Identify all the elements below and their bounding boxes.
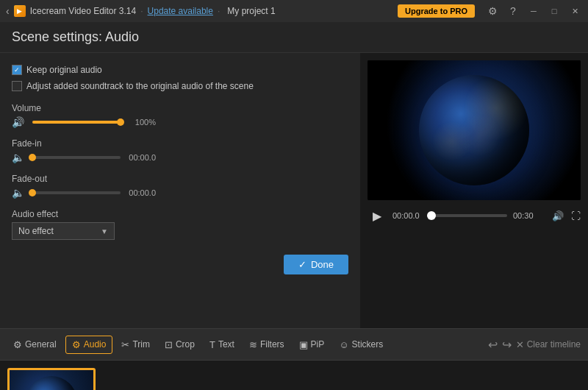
text-icon: T [209, 339, 215, 350]
crop-icon: ⊡ [165, 339, 173, 350]
dropdown-arrow-icon: ▼ [101, 227, 108, 235]
fadein-icon: 🔈 [12, 152, 26, 163]
text-label: Text [218, 339, 234, 350]
keep-original-row: ✓ Keep original audio [12, 65, 348, 75]
tool-general[interactable]: ⚙ General [7, 336, 62, 353]
earth-sphere [419, 75, 529, 185]
tool-pip[interactable]: ▣ PiP [293, 336, 331, 353]
volume-group: Volume 🔊 100% [12, 103, 348, 128]
fadeout-slider-row: 🔈 00:00.0 [12, 187, 348, 199]
adjust-label: Adjust added soundtrack to the original … [26, 81, 254, 91]
adjust-soundtrack-row: Adjust added soundtrack to the original … [12, 81, 348, 91]
pip-label: PiP [311, 339, 325, 350]
volume-slider-row: 🔊 100% [12, 116, 348, 128]
minimize-button[interactable]: ─ [526, 4, 541, 18]
done-button[interactable]: ✓ Done [284, 255, 348, 274]
timeline-clip[interactable]: 00:30 [7, 368, 96, 390]
done-checkmark-icon: ✓ [298, 259, 306, 270]
trim-label: Trim [132, 339, 150, 350]
tool-trim[interactable]: ✂ Trim [115, 336, 156, 353]
filters-icon: ≋ [249, 339, 257, 350]
fadeout-icon: 🔈 [12, 187, 26, 199]
titlebar: ‹ ▶ Icecream Video Editor 3.14 · Update … [0, 0, 588, 22]
clip-earth-thumbnail [26, 376, 77, 390]
filters-label: Filters [260, 339, 284, 350]
app-icon: ▶ [14, 5, 26, 17]
fadeout-slider[interactable] [32, 191, 121, 194]
page-title: Scene settings: Audio [12, 29, 576, 45]
expand-icon[interactable]: ⛶ [571, 210, 581, 221]
current-time: 00:00.0 [392, 211, 426, 220]
general-label: General [25, 339, 57, 350]
help-icon[interactable]: ? [506, 5, 520, 17]
fadeout-value: 00:00.0 [126, 188, 156, 197]
fadein-label: Fade-in [12, 138, 348, 149]
fadein-slider-row: 🔈 00:00.0 [12, 152, 348, 163]
done-label: Done [311, 259, 334, 270]
earth-lights [419, 75, 529, 185]
stickers-icon: ☺ [339, 339, 348, 350]
tool-filters[interactable]: ≋ Filters [243, 336, 290, 353]
maximize-button[interactable]: □ [547, 4, 562, 18]
undo-button[interactable]: ↩ [488, 338, 498, 352]
pip-icon: ▣ [299, 339, 308, 350]
total-time: 00:30 [513, 211, 546, 220]
play-button[interactable]: ▶ [368, 206, 387, 225]
clear-x-icon: ✕ [516, 339, 524, 350]
title-separator-1: · [140, 6, 143, 16]
close-button[interactable]: ✕ [567, 4, 582, 18]
left-panel: ✓ Keep original audio Adjust added sound… [0, 53, 360, 328]
settings-icon[interactable]: ⚙ [485, 5, 500, 17]
clear-timeline-button[interactable]: ✕ Clear timeline [516, 339, 581, 350]
adjust-checkbox[interactable] [12, 81, 22, 91]
tool-audio[interactable]: ⚙ Audio [65, 336, 113, 354]
project-name: My project 1 [227, 6, 275, 16]
page-title-bar: Scene settings: Audio [0, 22, 588, 53]
volume-btn[interactable]: 🔊 [552, 210, 564, 221]
undo-redo-area: ↩ ↪ ✕ Clear timeline [488, 338, 581, 352]
main-content: ✓ Keep original audio Adjust added sound… [0, 53, 588, 328]
audio-effect-dropdown[interactable]: No effect ▼ [12, 222, 115, 240]
volume-slider[interactable] [32, 121, 121, 124]
preview-controls: ▶ 00:00.0 00:30 🔊 ⛶ [368, 206, 581, 225]
keep-original-label: Keep original audio [26, 65, 102, 75]
clear-timeline-label: Clear timeline [527, 339, 581, 350]
audio-effect-label: Audio effect [12, 209, 348, 219]
clip-thumbnail [10, 370, 93, 390]
trim-icon: ✂ [121, 339, 129, 350]
preview-area [368, 60, 581, 200]
volume-value: 100% [126, 118, 156, 127]
volume-icon: 🔊 [12, 116, 26, 128]
keep-original-checkbox[interactable]: ✓ [12, 65, 22, 75]
fadein-slider[interactable] [32, 156, 121, 159]
audio-effect-group: Audio effect No effect ▼ [12, 209, 348, 240]
audio-label: Audio [84, 339, 107, 350]
progress-thumb [427, 211, 436, 220]
tool-text[interactable]: T Text [204, 336, 240, 353]
volume-label: Volume [12, 103, 348, 113]
upgrade-button[interactable]: Upgrade to PRO [398, 4, 475, 18]
update-link[interactable]: Update available [148, 6, 213, 16]
preview-background [368, 60, 581, 200]
bottom-toolbar: ⚙ General ⚙ Audio ✂ Trim ⊡ Crop T Text ≋… [0, 328, 588, 361]
app-name: Icecream Video Editor 3.14 [30, 6, 137, 16]
app-icon-text: ▶ [17, 7, 22, 15]
fadein-group: Fade-in 🔈 00:00.0 [12, 138, 348, 163]
progress-bar[interactable] [431, 214, 507, 217]
right-panel: ▶ 00:00.0 00:30 🔊 ⛶ [360, 53, 588, 328]
back-button[interactable]: ‹ [6, 5, 10, 17]
tool-stickers[interactable]: ☺ Stickers [333, 336, 389, 353]
general-icon: ⚙ [13, 339, 22, 350]
fadeout-label: Fade-out [12, 174, 348, 184]
audio-icon: ⚙ [72, 339, 81, 350]
title-separator-2: · [218, 6, 220, 16]
tool-crop[interactable]: ⊡ Crop [159, 336, 201, 353]
fadein-value: 00:00.0 [126, 153, 156, 162]
audio-effect-value: No effect [18, 226, 54, 236]
stickers-label: Stickers [352, 339, 384, 350]
redo-button[interactable]: ↪ [502, 338, 512, 352]
timeline-area: 00:30 Drag to crop, audio, here [0, 361, 588, 390]
crop-label: Crop [176, 339, 195, 350]
fadeout-group: Fade-out 🔈 00:00.0 [12, 174, 348, 199]
